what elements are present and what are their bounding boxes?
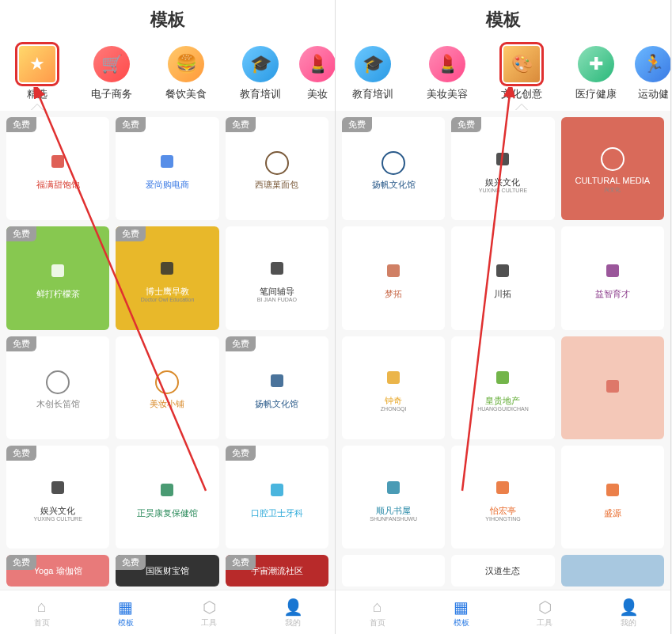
category-icon: 🍔 (168, 46, 204, 82)
category-scroller-left[interactable]: ★精选🛒电子商务🍔餐饮美食🎓教育培训💄美妆 (0, 40, 335, 111)
category-label: 美妆美容 (427, 87, 468, 101)
tab-icon: ▦ (451, 597, 472, 617)
right-pane: 模板 🎓教育培训💄美妆美容🎨文化创意✚医疗健康🏃运动健 免费扬帆文化馆免费娱兴文… (336, 0, 671, 634)
template-card[interactable]: 免费娱兴文化YUXING CULTURE (451, 117, 554, 220)
template-card[interactable]: 免费鲜打柠檬茶 (6, 226, 109, 329)
template-card[interactable]: 益智育才 (561, 226, 664, 329)
template-card[interactable]: 顺凡书屋SHUNFANSHUWU (342, 446, 445, 549)
template-card[interactable]: 皇贵地产HUANGGUIDICHAN (451, 336, 554, 439)
svg-rect-20 (496, 371, 509, 384)
tab-首页[interactable]: ⌂首页 (336, 590, 420, 634)
template-title: 皇贵地产 (482, 395, 523, 406)
svg-point-2 (266, 152, 288, 174)
template-title: 钟奇 (382, 395, 405, 406)
template-card[interactable]: 川拓 (451, 226, 554, 329)
tab-我的[interactable]: 👤我的 (251, 590, 335, 634)
template-card[interactable]: 免费扬帆文化馆 (342, 117, 445, 220)
template-card[interactable]: 美妆小铺 (116, 336, 218, 439)
template-card[interactable]: 免费口腔卫士牙科 (226, 446, 328, 549)
tab-label: 首页 (370, 617, 385, 628)
template-card[interactable]: 钟奇ZHONGQI (342, 336, 445, 439)
template-logo-icon (597, 143, 628, 175)
tab-模板[interactable]: ▦模板 (420, 590, 503, 634)
svg-rect-22 (387, 481, 400, 494)
template-subtitle: SHUNFANSHUWU (370, 516, 417, 522)
template-card[interactable]: 免费博士鹰早教Doctor Owl Education (116, 226, 218, 329)
template-title: 娱兴文化 (482, 177, 523, 188)
template-logo-icon (42, 147, 74, 179)
free-badge: 免费 (226, 117, 256, 132)
template-title: 木创长笛馆 (33, 398, 83, 409)
template-card[interactable]: 免费福满甜饱饱 (6, 117, 109, 220)
category-label: 教育培训 (240, 87, 281, 101)
category-label: 电子商务 (91, 87, 132, 101)
svg-rect-10 (161, 484, 173, 496)
template-logo-icon (151, 147, 183, 179)
category-教育培训[interactable]: 🎓教育培训 (223, 46, 298, 101)
tab-label: 我的 (621, 617, 636, 628)
template-title: 怡宏亭 (487, 505, 519, 516)
template-subtitle: HUANGGUIDICHAN (477, 406, 529, 412)
template-card[interactable]: 免费娱兴文化YUXING CULTURE (6, 446, 109, 549)
template-logo-icon (597, 476, 628, 507)
template-card[interactable]: 免费木创长笛馆 (6, 336, 109, 439)
template-title: 川拓 (491, 288, 514, 299)
template-logo-icon (261, 254, 293, 286)
template-card[interactable]: 免费西瑭菓面包 (226, 117, 328, 220)
template-card[interactable]: 免费扬帆文化馆 (226, 336, 328, 439)
category-美妆[interactable]: 💄美妆 (298, 46, 335, 101)
category-餐饮美食[interactable]: 🍔餐饮美食 (149, 46, 223, 101)
category-电子商务[interactable]: 🛒电子商务 (74, 46, 149, 101)
template-logo-icon (597, 256, 628, 288)
template-card[interactable]: 梦拓 (342, 226, 445, 329)
tab-工具[interactable]: ⬡工具 (168, 590, 252, 634)
template-card[interactable] (561, 555, 664, 587)
template-subtitle: BI JIAN FUDAO (257, 297, 297, 302)
template-grid-left: 免费福满甜饱饱免费爱尚购电商免费西瑭菓面包免费鲜打柠檬茶免费博士鹰早教Docto… (0, 111, 335, 593)
template-card[interactable]: 免费宇宙潮流社区 (226, 555, 328, 587)
category-精选[interactable]: ★精选 (0, 46, 74, 101)
template-subtitle: YIHONGTING (485, 516, 520, 522)
template-title: 益智育才 (592, 288, 633, 299)
category-医疗健康[interactable]: ✚医疗健康 (559, 46, 633, 101)
template-card[interactable] (561, 336, 664, 439)
template-card[interactable]: 盛源 (561, 446, 664, 549)
template-card[interactable] (342, 555, 445, 587)
category-icon: ★ (19, 46, 55, 82)
template-title: 扬帆文化馆 (369, 179, 419, 190)
template-card[interactable]: 免费爱尚购电商 (116, 117, 218, 220)
template-logo-icon (378, 256, 409, 288)
template-title: 爱尚购电商 (142, 179, 192, 190)
category-文化创意[interactable]: 🎨文化创意 (484, 46, 559, 101)
tab-模板[interactable]: ▦模板 (84, 590, 168, 634)
free-badge: 免费 (116, 555, 146, 570)
template-grid-right: 免费扬帆文化馆免费娱兴文化YUXING CULTURECULTURAL MEDI… (336, 111, 670, 593)
template-title: 西瑭菓面包 (252, 179, 302, 190)
category-scroller-right[interactable]: 🎓教育培训💄美妆美容🎨文化创意✚医疗健康🏃运动健 (336, 40, 670, 111)
template-subtitle: 兴文化 (604, 186, 621, 194)
category-美妆美容[interactable]: 💄美妆美容 (410, 46, 484, 101)
template-card[interactable]: CULTURAL MEDIA兴文化 (561, 117, 664, 220)
template-title: 美妆小铺 (146, 398, 188, 409)
svg-rect-1 (161, 155, 173, 168)
template-card[interactable]: 怡宏亭YIHONGTING (451, 446, 554, 549)
free-badge: 免费 (6, 226, 36, 241)
tab-我的[interactable]: 👤我的 (587, 590, 670, 634)
tab-label: 工具 (537, 617, 552, 628)
tab-icon: ⬡ (534, 597, 555, 617)
template-title: Yoga 瑜伽馆 (31, 565, 85, 576)
category-教育培训[interactable]: 🎓教育培训 (336, 46, 410, 101)
template-subtitle: ZHONGQI (381, 406, 407, 412)
template-card[interactable]: 汉道生态 (451, 555, 554, 587)
template-card[interactable]: 正昊康复保健馆 (116, 446, 218, 549)
category-运动健[interactable]: 🏃运动健 (633, 46, 670, 101)
template-card[interactable]: 免费国医财宝馆 (116, 555, 218, 587)
tab-工具[interactable]: ⬡工具 (503, 590, 587, 634)
template-card[interactable]: 笔间辅导BI JIAN FUDAO (226, 226, 328, 329)
template-title: 国医财宝馆 (142, 565, 192, 576)
template-logo-icon (378, 473, 409, 505)
tab-首页[interactable]: ⌂首页 (0, 590, 84, 634)
template-title: 宇宙潮流社区 (248, 565, 306, 576)
template-card[interactable]: 免费Yoga 瑜伽馆 (6, 555, 109, 587)
template-logo-icon (261, 366, 293, 398)
